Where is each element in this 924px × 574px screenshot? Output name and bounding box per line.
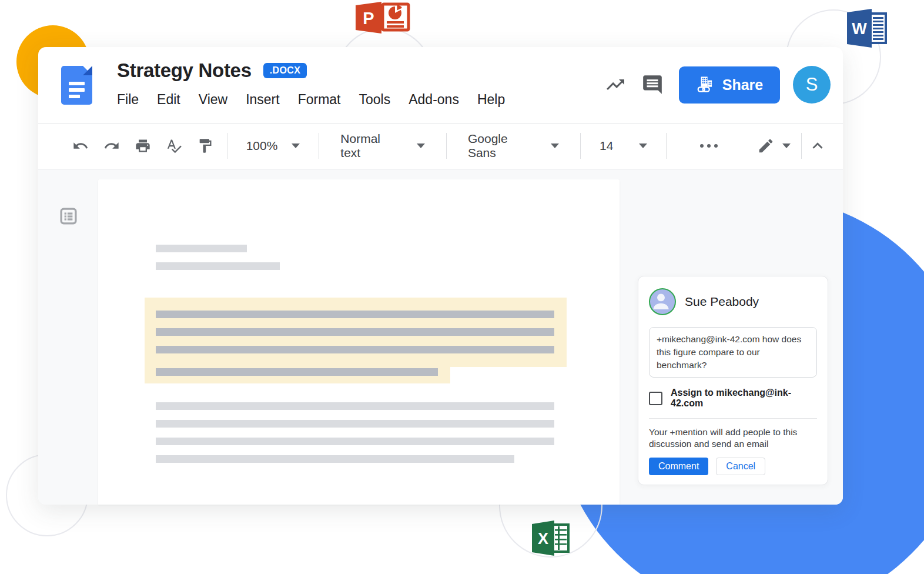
menu-item-addons[interactable]: Add-ons xyxy=(409,92,459,108)
editing-mode-button[interactable] xyxy=(757,137,791,155)
redo-icon[interactable] xyxy=(96,132,127,160)
assign-checkbox[interactable] xyxy=(649,392,662,405)
comment-card: Sue Peabody +mikechang@ink-42.com how do… xyxy=(638,276,828,485)
zoom-value: 100% xyxy=(246,139,278,153)
comment-button[interactable]: Comment xyxy=(649,458,708,475)
comment-text-input[interactable]: +mikechang@ink-42.com how does this figu… xyxy=(649,327,817,378)
document-page[interactable] xyxy=(98,179,620,505)
word-icon: W xyxy=(847,8,888,51)
document-title[interactable]: Strategy Notes xyxy=(117,59,252,82)
more-options-icon[interactable] xyxy=(696,144,722,148)
paragraph-style-select[interactable]: Normal text xyxy=(325,132,440,160)
mention-hint-text: Your +mention will add people to this di… xyxy=(649,426,817,450)
paragraph-style-value: Normal text xyxy=(340,132,399,160)
word-letter: W xyxy=(852,20,867,38)
font-select[interactable]: Google Sans xyxy=(453,132,574,160)
comment-history-icon[interactable] xyxy=(641,74,664,96)
menu-item-tools[interactable]: Tools xyxy=(359,92,391,108)
chevron-down-icon xyxy=(551,144,559,148)
paint-format-icon[interactable] xyxy=(190,132,221,160)
undo-icon[interactable] xyxy=(65,132,96,160)
font-name-value: Google Sans xyxy=(468,132,534,160)
text-placeholder-line xyxy=(156,245,247,252)
divider xyxy=(649,418,817,419)
chevron-down-icon xyxy=(782,144,791,148)
chevron-down-icon xyxy=(639,144,647,148)
zoom-select[interactable]: 100% xyxy=(233,139,313,153)
text-placeholder-line xyxy=(156,311,554,318)
text-placeholder-line xyxy=(156,346,554,353)
document-outline-icon[interactable] xyxy=(59,206,78,228)
assign-checkbox-label: Assign to mikechang@ink-42.com xyxy=(671,388,817,409)
menu-item-help[interactable]: Help xyxy=(477,92,505,108)
excel-letter: X xyxy=(538,530,548,548)
text-placeholder-line xyxy=(156,438,554,445)
menu-item-insert[interactable]: Insert xyxy=(246,92,280,108)
print-icon[interactable] xyxy=(127,132,158,160)
excel-icon: X xyxy=(532,520,571,559)
window-header: Strategy Notes .DOCX File Edit View Inse… xyxy=(38,47,843,124)
text-placeholder-line xyxy=(156,328,554,336)
menu-bar: File Edit View Insert Format Tools Add-o… xyxy=(117,92,505,108)
cancel-button[interactable]: Cancel xyxy=(716,458,765,475)
menu-item-file[interactable]: File xyxy=(117,92,139,108)
commenter-avatar xyxy=(649,288,676,315)
page: P W X xyxy=(0,0,924,574)
file-type-badge: .DOCX xyxy=(263,63,307,78)
menu-item-edit[interactable]: Edit xyxy=(157,92,180,108)
powerpoint-icon: P xyxy=(356,1,412,36)
text-placeholder-line xyxy=(156,402,554,410)
chevron-up-icon xyxy=(808,136,828,156)
text-placeholder-line xyxy=(156,262,280,270)
text-placeholder-line xyxy=(156,420,554,428)
formatting-toolbar: 100% Normal text Google Sans 14 xyxy=(38,123,843,169)
document-canvas: Sue Peabody +mikechang@ink-42.com how do… xyxy=(38,169,843,505)
share-button[interactable]: Share xyxy=(679,66,780,104)
menu-item-view[interactable]: View xyxy=(199,92,227,108)
account-avatar[interactable]: S xyxy=(793,66,831,104)
docs-window: Strategy Notes .DOCX File Edit View Inse… xyxy=(38,47,843,505)
share-button-label: Share xyxy=(722,76,763,94)
commenter-name: Sue Peabody xyxy=(685,295,759,309)
font-size-value: 14 xyxy=(600,139,613,153)
font-size-select[interactable]: 14 xyxy=(587,139,660,153)
pen-icon xyxy=(757,137,775,155)
share-link-icon xyxy=(696,75,715,94)
text-placeholder-line xyxy=(156,368,438,376)
trending-up-icon[interactable] xyxy=(605,74,626,95)
spellcheck-icon[interactable] xyxy=(158,132,189,160)
menu-item-format[interactable]: Format xyxy=(298,92,341,108)
text-placeholder-line xyxy=(156,455,514,463)
avatar-initial: S xyxy=(806,74,818,95)
powerpoint-letter: P xyxy=(363,9,374,28)
chevron-down-icon xyxy=(292,144,300,148)
collapse-toolbar-button[interactable] xyxy=(808,136,828,156)
chevron-down-icon xyxy=(417,144,425,148)
google-docs-icon xyxy=(61,66,92,105)
